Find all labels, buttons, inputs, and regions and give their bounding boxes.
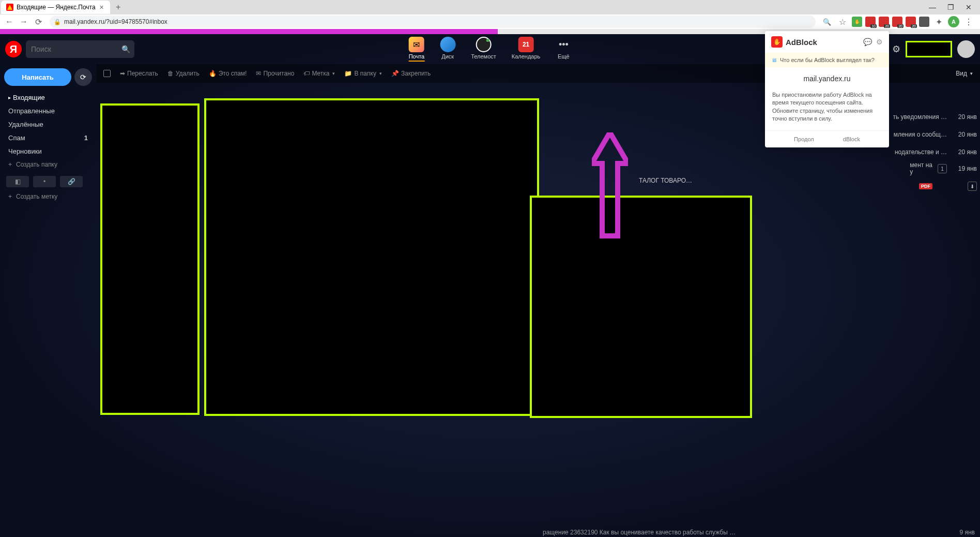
- services-nav: ✉ Почта Диск Телемост 21 Календарь ••• Е…: [409, 37, 572, 62]
- spam-button[interactable]: 🔥Это спам!: [209, 70, 247, 77]
- url-text: mail.yandex.ru/?uid=94785570#inbox: [64, 18, 167, 25]
- label-swatch-3[interactable]: 🔗: [60, 176, 83, 187]
- folder-deleted[interactable]: Удалённые: [4, 118, 92, 130]
- bookmark-star-icon[interactable]: ☆: [836, 16, 849, 28]
- plus-icon: +: [8, 161, 12, 168]
- create-folder-button[interactable]: +Создать папку: [4, 158, 92, 171]
- redaction-block: [530, 196, 752, 418]
- ext-icon-1[interactable]: 10: [865, 17, 876, 27]
- new-tab-button[interactable]: +: [112, 1, 125, 13]
- favicon-icon: [6, 4, 13, 11]
- maximize-button[interactable]: ❐: [947, 3, 954, 11]
- monitor-icon: 🖥: [771, 57, 777, 63]
- pin-button[interactable]: 📌Закрепить: [391, 70, 431, 77]
- redaction-block: [204, 98, 539, 416]
- minimize-button[interactable]: —: [929, 3, 936, 11]
- adblock-ext-icon[interactable]: ✋: [852, 17, 862, 27]
- forward-button[interactable]: ➡Переслать: [120, 70, 158, 77]
- ext-icon-5[interactable]: [919, 17, 929, 27]
- delete-button[interactable]: 🗑Удалить: [167, 70, 200, 77]
- message-row[interactable]: нодательстве и … 20 янв: [895, 144, 977, 160]
- label-swatch-1[interactable]: ◧: [6, 176, 29, 187]
- redaction-block: [100, 103, 200, 415]
- catalog-label: ТАЛОГ ТОВАРО…: [639, 177, 692, 184]
- ext-icon-2[interactable]: 20: [879, 17, 889, 27]
- service-calendar[interactable]: 21 Календарь: [512, 37, 541, 62]
- message-attachment-row[interactable]: PDF ⬇: [919, 178, 977, 195]
- tab-title: Входящие — Яндекс.Почта: [17, 4, 96, 11]
- message-row[interactable]: ть уведомления … 20 янв: [893, 109, 977, 125]
- extensions-puzzle-icon[interactable]: ✦: [932, 16, 945, 28]
- folder-spam[interactable]: Спам1: [4, 131, 92, 144]
- back-button[interactable]: ←: [3, 16, 16, 28]
- select-all-checkbox[interactable]: [103, 70, 111, 77]
- adblock-promo[interactable]: 🖥 Что если бы AdBlock выглядел так?: [765, 53, 889, 67]
- search-box[interactable]: 🔍: [26, 40, 134, 58]
- bottom-message-date: 9 янв: [959, 529, 975, 536]
- adblock-footer[interactable]: Продол dBlock: [765, 130, 889, 147]
- move-folder-dropdown[interactable]: 📁В папку: [344, 70, 381, 77]
- browser-chrome: Входящие — Яндекс.Почта × + — ❐ ✕ ← → ⟳ …: [0, 0, 980, 29]
- label-swatch-2[interactable]: •: [33, 176, 56, 187]
- folder-inbox[interactable]: Входящие: [4, 91, 92, 103]
- mark-read-button[interactable]: ✉Прочитано: [256, 70, 294, 77]
- tag-icon: 🏷: [303, 70, 310, 77]
- telemost-icon: [476, 37, 492, 52]
- user-name-redacted[interactable]: [906, 41, 952, 57]
- adblock-gear-icon[interactable]: ⚙: [876, 38, 883, 46]
- address-bar: ← → ⟳ 🔒 mail.yandex.ru/?uid=94785570#inb…: [0, 14, 980, 29]
- highlight-bar: [0, 29, 498, 34]
- adblock-domain: mail.yandex.ru: [765, 67, 889, 87]
- mail-icon: ✉: [409, 37, 424, 52]
- calendar-icon: 21: [518, 37, 534, 52]
- menu-dots-icon[interactable]: ⋮: [962, 16, 975, 28]
- disk-icon: [440, 37, 455, 52]
- service-more[interactable]: ••• Ещё: [556, 37, 571, 62]
- extension-icons: 🔍 ☆ ✋ 10 20 20 20 ✦ A ⋮: [821, 16, 977, 28]
- adblock-body-text: Вы приостановили работу AdBlock на время…: [765, 87, 889, 130]
- envelope-icon: ✉: [256, 70, 261, 77]
- label-swatches: ◧ • 🔗: [4, 174, 92, 189]
- create-label-button[interactable]: +Создать метку: [4, 190, 92, 203]
- thread-count-badge: 1: [938, 164, 947, 173]
- forward-icon: ➡: [120, 70, 125, 77]
- window-controls: — ❐ ✕: [929, 3, 980, 11]
- settings-gear-icon[interactable]: ⚙: [892, 43, 900, 55]
- ext-icon-4[interactable]: 20: [906, 17, 916, 27]
- message-row[interactable]: мент на у 1 19 янв: [910, 160, 977, 177]
- zoom-icon[interactable]: 🔍: [821, 16, 833, 28]
- close-tab-icon[interactable]: ×: [99, 4, 105, 10]
- profile-avatar[interactable]: A: [948, 16, 959, 27]
- yandex-logo-icon[interactable]: Я: [5, 41, 22, 57]
- folder-icon: 📁: [344, 70, 352, 77]
- flame-icon: 🔥: [209, 70, 217, 77]
- compose-button[interactable]: Написать: [4, 68, 71, 86]
- label-dropdown[interactable]: 🏷Метка: [303, 70, 335, 77]
- ext-icon-3[interactable]: 20: [892, 17, 902, 27]
- lock-icon: 🔒: [54, 19, 61, 25]
- browser-tab[interactable]: Входящие — Яндекс.Почта ×: [1, 1, 110, 14]
- service-disk[interactable]: Диск: [440, 37, 455, 62]
- bottom-message-preview: ращение 23632190 Как вы оцениваете качес…: [543, 529, 736, 536]
- url-field[interactable]: 🔒 mail.yandex.ru/?uid=94785570#inbox: [50, 16, 816, 28]
- adblock-popup: ✋ AdBlock 💬 ⚙ 🖥 Что если бы AdBlock выгл…: [765, 31, 889, 147]
- close-window-button[interactable]: ✕: [966, 3, 972, 11]
- view-toggle[interactable]: Вид: [956, 70, 973, 77]
- refresh-button[interactable]: ⟳: [74, 68, 92, 86]
- user-avatar[interactable]: [957, 40, 975, 58]
- forward-button[interactable]: →: [18, 16, 30, 28]
- search-icon[interactable]: 🔍: [121, 45, 130, 53]
- service-mail[interactable]: ✉ Почта: [409, 37, 425, 62]
- annotation-arrow-icon: [592, 132, 628, 241]
- folder-drafts[interactable]: Черновики: [4, 145, 92, 157]
- search-input[interactable]: [31, 45, 121, 53]
- plus-icon: +: [8, 193, 12, 200]
- service-telemost[interactable]: Телемост: [471, 37, 496, 62]
- reload-button[interactable]: ⟳: [32, 16, 44, 28]
- adblock-header: ✋ AdBlock 💬 ⚙: [765, 31, 889, 53]
- message-row[interactable]: мления о сообщ… 20 янв: [894, 126, 977, 143]
- adblock-chat-icon[interactable]: 💬: [863, 38, 872, 46]
- pdf-badge: PDF: [919, 183, 932, 189]
- folder-sent[interactable]: Отправленные: [4, 105, 92, 117]
- download-icon[interactable]: ⬇: [968, 182, 977, 191]
